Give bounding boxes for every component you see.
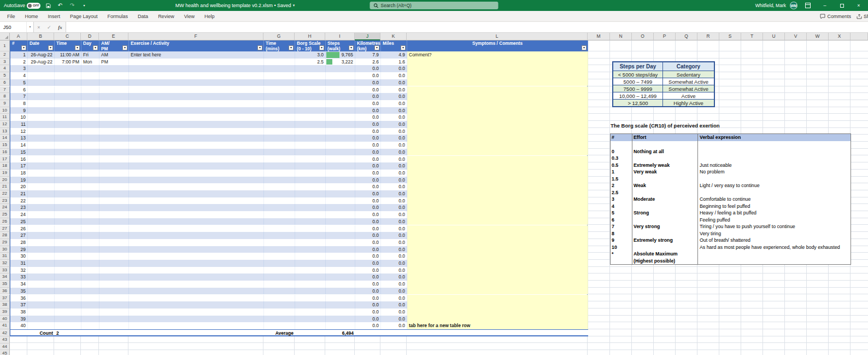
cell-borg[interactable] [295,100,326,107]
cell-miles[interactable]: 0.0 [381,295,407,302]
ribbon-tab-data[interactable]: Data [133,11,153,22]
cell-miles[interactable]: 0.0 [381,253,407,260]
cell-borg[interactable] [295,183,326,190]
ribbon-tab-file[interactable]: File [2,11,20,22]
cell-comments[interactable] [407,232,588,239]
cell-day[interactable] [81,65,99,72]
cell-km[interactable]: 0.0 [355,190,381,197]
cell-borg[interactable] [295,72,326,79]
close-button[interactable]: × [852,0,865,11]
cell-date[interactable]: 29-Aug-22 [28,59,55,66]
cell-km[interactable]: 0.0 [355,128,381,135]
cell-n[interactable]: 40 [10,322,28,329]
column-header-S[interactable]: S [719,33,741,40]
cell-exercise[interactable] [129,239,264,246]
cell-comments[interactable] [407,142,588,149]
cell-ampm[interactable] [99,273,129,281]
cell-time[interactable] [55,149,81,156]
steps-cell[interactable]: Highly Active [663,100,714,106]
cell-km[interactable]: 0.0 [355,114,381,121]
cell-borg[interactable] [295,190,326,197]
row-header-24[interactable]: 24 [0,204,10,211]
cell-time[interactable] [55,121,81,128]
row-header-29[interactable]: 29 [0,239,10,246]
borg-cell[interactable]: Extremely weak [632,162,698,169]
cell-time[interactable] [55,309,81,316]
borg-cell[interactable] [632,189,698,196]
cell-n[interactable]: 36 [10,295,28,302]
cell-km[interactable]: 0.0 [355,149,381,156]
table-header-day[interactable]: Day▾ [81,40,99,51]
row-header-9[interactable]: 9 [0,100,10,107]
cell-n[interactable]: 37 [10,301,28,309]
borg-cell[interactable] [698,189,851,196]
cell-ampm[interactable] [99,295,129,302]
cell-time[interactable] [55,218,81,225]
cell-steps[interactable] [326,149,355,156]
cell-miles[interactable]: 0.0 [381,316,407,323]
cell-steps[interactable] [326,177,355,184]
cell-n[interactable]: 30 [10,253,28,260]
table-header-steps[interactable]: Steps (walk)▾ [326,40,355,51]
cell-date[interactable] [28,142,55,149]
column-header-R[interactable]: R [697,33,719,40]
select-all-corner[interactable] [0,33,10,40]
column-header-L[interactable]: L [407,33,588,40]
cell-comments[interactable] [407,114,588,121]
cell-time[interactable] [55,281,81,288]
borg-cell[interactable]: 7 [611,223,632,230]
cell-time[interactable] [55,211,81,218]
cell-comments[interactable] [407,301,588,309]
steps-cell[interactable]: Sedentary [663,71,714,78]
cell-comments[interactable] [407,121,588,128]
cell-exercise[interactable] [129,225,264,232]
filter-button[interactable]: ▾ [257,45,262,50]
cell-date[interactable] [28,246,55,253]
cell-time[interactable] [55,267,81,274]
maximize-button[interactable] [835,0,848,11]
cell-steps[interactable] [326,121,355,128]
insert-function-button[interactable]: fx [58,25,62,30]
steps-cell[interactable]: Active [663,92,714,99]
cell-n[interactable]: 10 [10,114,28,121]
borg-cell[interactable]: Moderate [632,196,698,203]
row-header-15[interactable]: 15 [0,142,10,149]
cell-steps[interactable] [326,288,355,295]
cell-borg[interactable] [295,260,326,267]
steps-cell[interactable]: 7500 – 9999 [613,85,663,92]
cell-borg[interactable] [295,211,326,218]
cell-n[interactable]: 2 [10,59,28,66]
cell-steps[interactable] [326,135,355,142]
borg-cell[interactable] [698,176,851,183]
cell-time[interactable] [55,156,81,163]
cell-n[interactable]: 22 [10,197,28,205]
row-header-22[interactable]: 22 [0,190,10,197]
cell-ampm[interactable] [99,100,129,107]
table-header-time[interactable]: Time▾ [55,40,81,51]
cell-ampm[interactable] [99,281,129,288]
cell-ampm[interactable] [99,177,129,184]
borg-cell[interactable] [698,141,851,148]
cell-steps[interactable] [326,162,355,170]
cell-time[interactable] [55,65,81,72]
cell-time[interactable] [55,301,81,309]
cell-date[interactable] [28,114,55,121]
row-header-12[interactable]: 12 [0,121,10,128]
ribbon-tab-review[interactable]: Review [153,11,179,22]
cell-steps[interactable] [326,114,355,121]
cell-borg[interactable] [295,246,326,253]
search-box[interactable]: Search (Alt+Q) [370,2,498,9]
cell-day[interactable] [81,121,99,128]
column-header-W[interactable]: W [807,33,829,40]
cell-n[interactable]: 25 [10,218,28,225]
cell-ampm[interactable] [99,301,129,309]
borg-cell[interactable]: No problem [698,168,851,176]
cell-time[interactable] [55,107,81,114]
cell-exercise[interactable] [129,59,264,66]
cell-km[interactable]: 0.0 [355,211,381,218]
cell-time[interactable] [55,114,81,121]
cell-ampm[interactable] [99,149,129,156]
cell-miles[interactable]: 0.0 [381,211,407,218]
cell-n[interactable]: 34 [10,281,28,288]
borg-cell[interactable] [698,148,851,155]
